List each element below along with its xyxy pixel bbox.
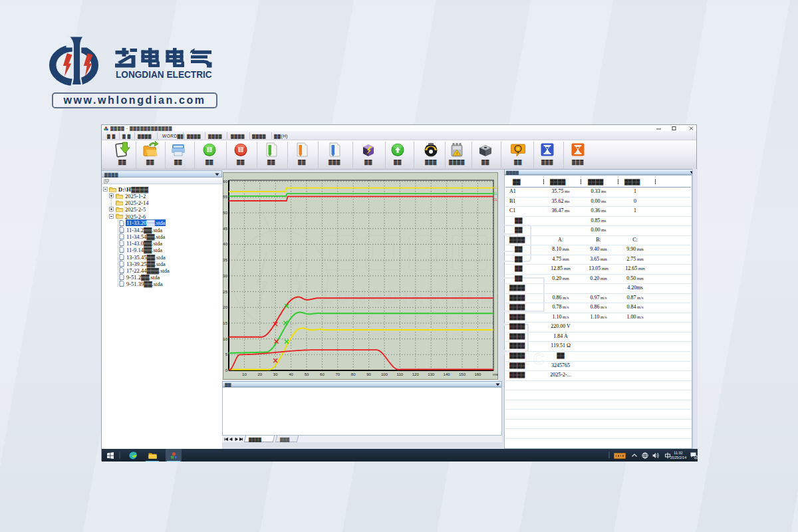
svg-text:110: 110 [397, 372, 404, 376]
svg-text:130: 130 [428, 372, 435, 376]
svg-text:5: 5 [225, 352, 228, 356]
svg-text:30: 30 [273, 372, 278, 376]
svg-text:30: 30 [223, 274, 227, 278]
svg-text:10: 10 [242, 372, 247, 376]
svg-text:15: 15 [223, 321, 227, 325]
svg-text:C1: C1 [493, 198, 497, 201]
svg-text:40: 40 [289, 372, 293, 376]
svg-text:45: 45 [223, 227, 227, 231]
svg-text:20: 20 [257, 372, 262, 376]
svg-text:90: 90 [366, 372, 371, 376]
svg-text:140: 140 [444, 372, 451, 376]
svg-text:150: 150 [459, 372, 466, 376]
svg-text:40: 40 [223, 242, 227, 246]
svg-text:ms: ms [493, 372, 498, 376]
svg-text:A1: A1 [493, 186, 497, 190]
svg-text:120: 120 [412, 372, 420, 376]
svg-text:LONGDIAN ELEC: LONGDIAN ELEC [323, 287, 498, 306]
svg-text:25: 25 [223, 290, 227, 294]
svg-text:60: 60 [223, 180, 227, 184]
svg-text:50: 50 [223, 211, 227, 215]
svg-text:160: 160 [474, 372, 481, 376]
svg-text:B1: B1 [493, 192, 497, 196]
svg-text:35: 35 [223, 258, 227, 262]
svg-text:60: 60 [320, 372, 325, 376]
svg-text:100: 100 [381, 372, 388, 376]
svg-text:20: 20 [223, 305, 227, 309]
svg-text:70: 70 [335, 372, 340, 376]
svg-text:0: 0 [225, 368, 228, 372]
svg-text:50: 50 [305, 372, 309, 376]
svg-text:80: 80 [351, 372, 356, 376]
svg-text:55: 55 [223, 195, 227, 199]
svg-text:10: 10 [223, 337, 227, 341]
svg-text:2: 2 [695, 455, 697, 459]
